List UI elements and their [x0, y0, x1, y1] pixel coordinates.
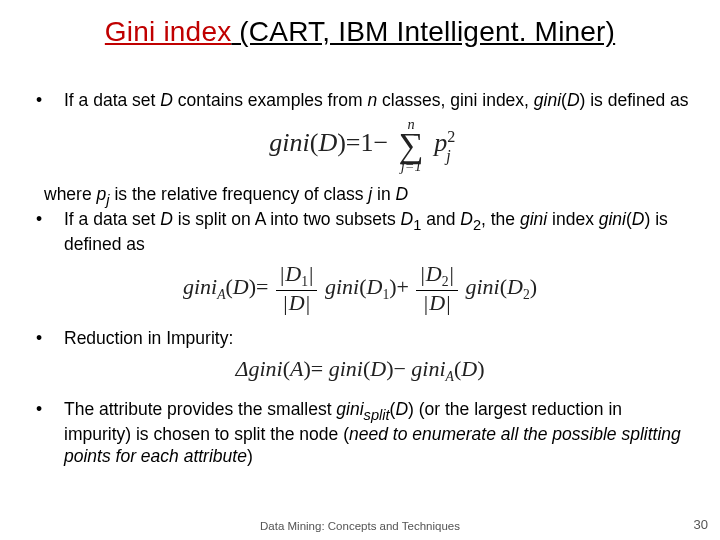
bullet-1-text: If a data set D contains examples from n… — [64, 90, 690, 111]
bullet-1: • If a data set D contains examples from… — [30, 90, 690, 111]
bullet-dot: • — [30, 209, 64, 256]
equation-2: giniA(D)= D1 D gini(D1)+ D2 D gini(D2) — [30, 263, 690, 314]
bullet-3-text: Reduction in Impurity: — [64, 328, 690, 349]
title-accent: Gini index — [105, 16, 232, 47]
bullet-2-text: If a data set D is split on A into two s… — [64, 209, 690, 256]
slide: Gini index (CART, IBM Intelligent. Miner… — [0, 0, 720, 540]
footer-text: Data Mining: Concepts and Techniques — [0, 520, 720, 532]
bullet-2: • If a data set D is split on A into two… — [30, 209, 690, 256]
where-line: where pj is the relative frequency of cl… — [30, 184, 690, 209]
content: • If a data set D contains examples from… — [30, 90, 690, 467]
equation-1: gini(D)=1− n ∑ j=1 p2j — [30, 117, 690, 173]
bullet-3: • Reduction in Impurity: — [30, 328, 690, 349]
bullet-4-text: The attribute provides the smallest gini… — [64, 399, 690, 467]
bullet-dot: • — [30, 90, 64, 111]
bullet-dot: • — [30, 328, 64, 349]
bullet-4: • The attribute provides the smallest gi… — [30, 399, 690, 467]
page-number: 30 — [694, 517, 708, 532]
equation-3: Δgini(A)= gini(D)− giniA(D) — [30, 356, 690, 385]
bullet-dot: • — [30, 399, 64, 467]
title-rest: (CART, IBM Intelligent. Miner) — [231, 16, 615, 47]
slide-title: Gini index (CART, IBM Intelligent. Miner… — [0, 16, 720, 48]
